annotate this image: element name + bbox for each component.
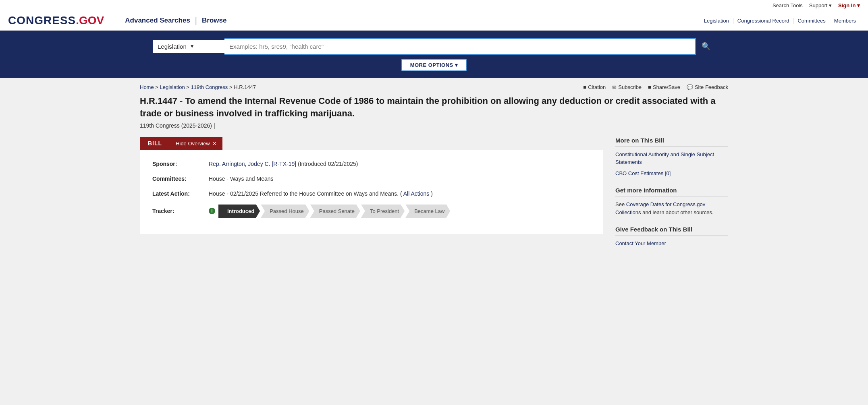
tracker-label: Tracker: [152,207,209,215]
tracker-step-label-introduced: Introduced [218,205,260,218]
get-info-text2: and learn about other sources. [642,209,713,215]
tracker-step-introduced: Introduced [218,205,261,218]
sign-in-arrow: ▾ [857,2,860,8]
main-layout: BILL Hide Overview ✕ Sponsor: Rep. Arrin… [140,137,728,257]
breadcrumb-legislation[interactable]: Legislation [160,84,185,90]
bill-tabs: BILL Hide Overview ✕ [140,137,603,150]
latest-action-space: ( [400,190,402,197]
advanced-searches-link[interactable]: Advanced Searches [120,15,195,26]
breadcrumb-congress[interactable]: 119th Congress [191,84,228,90]
more-options-bar: MORE OPTIONS ▾ [8,59,860,71]
secondary-nav: Legislation Congressional Record Committ… [700,18,860,24]
members-nav-link[interactable]: Members [830,18,860,24]
committees-row: Committees: House - Ways and Means [152,175,591,183]
citation-link[interactable]: ■ Citation [583,84,606,90]
contact-member-link[interactable]: Contact Your Member [615,240,728,248]
logo-gov-text: GOV [79,14,104,27]
tracker-step-became-law: Became Law [405,205,451,218]
search-bar-section: Legislation ▼ 🔍 MORE OPTIONS ▾ [0,31,868,78]
main-content: BILL Hide Overview ✕ Sponsor: Rep. Arrin… [140,137,603,235]
bill-congress-text: 119th Congress (2025-2026) [140,122,212,129]
feedback-icon: 💬 [687,84,693,90]
search-tools-link[interactable]: Search Tools [772,2,803,8]
support-link[interactable]: Support ▾ [809,2,832,8]
sign-in-label: Sign In [838,2,856,8]
sign-in-link[interactable]: Sign In ▾ [838,2,860,8]
sponsor-value: Rep. Arrington, Jodey C. [R-TX-19] (Intr… [209,160,358,168]
sidebar: More on This Bill Constitutional Authori… [615,137,728,257]
sidebar-more-on-bill-title: More on This Bill [615,137,728,147]
bill-congress: 119th Congress (2025-2026) | [140,122,728,129]
sidebar-get-info-text: See Coverage Dates for Congress.gov Coll… [615,200,728,216]
all-actions-link[interactable]: All Actions [403,190,430,197]
search-dropdown-selected: Legislation [158,43,187,50]
tracker-steps: Introduced Passed House Passed Senate To… [218,205,451,218]
logo-dot: . [76,14,79,27]
constitutional-authority-link[interactable]: Constitutional Authority and Single Subj… [615,151,728,166]
latest-action-close-paren: ) [431,190,433,197]
share-icon: ■ [648,84,651,90]
bill-tab[interactable]: BILL [140,137,170,150]
breadcrumb-bill: H.R.1447 [234,84,256,90]
committees-label: Committees: [152,175,209,183]
search-icon: 🔍 [702,42,710,51]
tracker-step-passed-senate: Passed Senate [310,205,361,218]
sponsor-link[interactable]: Rep. Arrington, Jodey C. [R-TX-19] [209,161,296,167]
committees-value: House - Ways and Means [209,175,274,183]
site-logo[interactable]: CONGRESS . GOV [8,14,104,27]
top-nav-lower: CONGRESS . GOV Advanced Searches | Brows… [8,11,860,30]
breadcrumb-actions: ■ Citation ✉ Subscribe ■ Share/Save 💬 Si… [583,84,728,90]
more-options-button[interactable]: MORE OPTIONS ▾ [401,59,467,71]
latest-action-row: Latest Action: House - 02/21/2025 Referr… [152,190,591,198]
tracker-info-icon[interactable]: i [209,208,215,214]
share-save-link[interactable]: ■ Share/Save [648,84,680,90]
support-label: Support [809,2,828,8]
congressional-record-nav-link[interactable]: Congressional Record [733,18,794,24]
close-icon: ✕ [212,141,217,147]
citation-icon: ■ [583,84,586,90]
committees-nav-link[interactable]: Committees [793,18,830,24]
sponsor-label: Sponsor: [152,160,209,168]
sponsor-row: Sponsor: Rep. Arrington, Jodey C. [R-TX-… [152,160,591,168]
breadcrumb-sep1: > [155,84,160,90]
bill-title: H.R.1447 - To amend the Internal Revenue… [140,95,728,120]
tracker-step-label-became-law: Became Law [405,205,450,218]
subscribe-icon: ✉ [612,84,617,90]
share-save-label: Share/Save [653,84,680,90]
sidebar-get-info: Get more information See Coverage Dates … [615,187,728,216]
support-arrow: ▾ [829,2,832,8]
latest-action-value: House - 02/21/2025 Referred to the House… [209,190,433,198]
legislation-nav-link[interactable]: Legislation [700,18,733,24]
top-navigation: Search Tools Support ▾ Sign In ▾ CONGRES… [0,0,868,31]
bill-congress-sep: | [214,122,215,129]
sponsor-intro-text: (Introduced 02/21/2025) [298,161,358,167]
tracker-row: Tracker: i Introduced Passed House Passe… [152,205,591,218]
search-bar-inner: Legislation ▼ 🔍 [152,37,716,56]
search-button[interactable]: 🔍 [696,37,716,56]
search-category-dropdown[interactable]: Legislation ▼ [152,39,224,54]
subscribe-label: Subscribe [618,84,642,90]
tracker-step-label-passed-house: Passed House [261,205,309,218]
dropdown-arrow-icon: ▼ [190,43,195,49]
site-feedback-label: Site Feedback [695,84,728,90]
cbo-cost-link[interactable]: CBO Cost Estimates [0] [615,169,728,178]
browse-link[interactable]: Browse [197,15,231,26]
breadcrumb-home[interactable]: Home [140,84,154,90]
hide-overview-label: Hide Overview [176,141,210,147]
sidebar-get-info-title: Get more information [615,187,728,196]
get-info-see: See [615,201,625,207]
sidebar-more-on-bill: More on This Bill Constitutional Authori… [615,137,728,178]
site-feedback-link[interactable]: 💬 Site Feedback [687,84,728,90]
search-input[interactable] [224,39,695,54]
hide-overview-button[interactable]: Hide Overview ✕ [170,137,222,150]
citation-label: Citation [588,84,606,90]
logo-congress-text: CONGRESS [8,14,76,27]
breadcrumb-sep3: > [229,84,234,90]
bill-overview: Sponsor: Rep. Arrington, Jodey C. [R-TX-… [140,150,603,235]
breadcrumb-path: Home > Legislation > 119th Congress > H.… [140,84,256,90]
subscribe-link[interactable]: ✉ Subscribe [612,84,642,90]
latest-action-label: Latest Action: [152,190,209,198]
tracker-step-passed-house: Passed House [261,205,310,218]
top-nav-upper: Search Tools Support ▾ Sign In ▾ [8,0,860,11]
tracker-step-to-president: To President [361,205,405,218]
